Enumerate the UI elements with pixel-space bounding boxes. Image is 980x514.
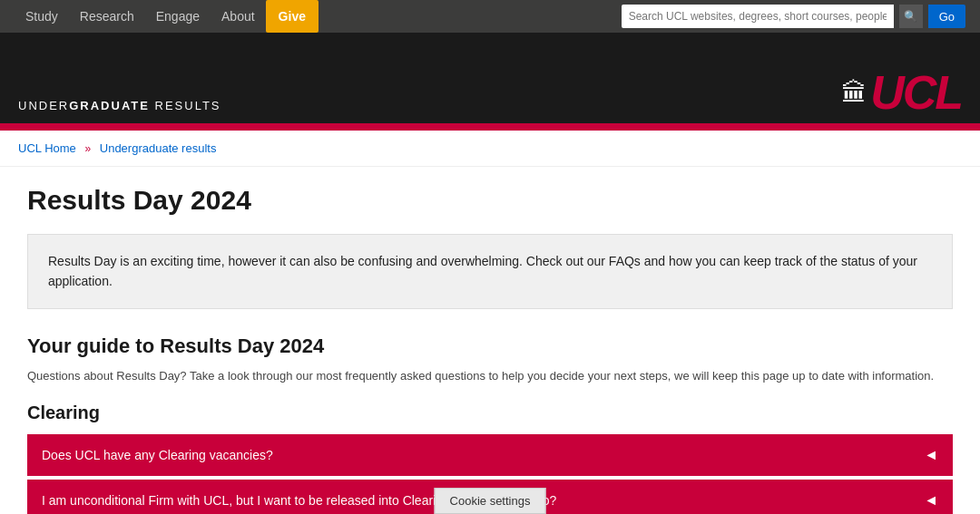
breadcrumb-current: Undergraduate results bbox=[100, 141, 217, 155]
nav-research[interactable]: Research bbox=[69, 0, 145, 33]
guide-title: Your guide to Results Day 2024 bbox=[27, 335, 953, 358]
search-input[interactable] bbox=[622, 5, 894, 28]
top-navigation: Study Research Engage About Give 🔍 Go bbox=[0, 0, 980, 33]
info-box: Results Day is an exciting time, however… bbox=[27, 234, 953, 309]
accent-bar bbox=[0, 123, 980, 131]
page-title: Results Day 2024 bbox=[27, 185, 953, 216]
nav-study[interactable]: Study bbox=[15, 0, 69, 33]
header-band: UNDERGRADUATE RESULTS 🏛 UCL bbox=[0, 33, 980, 123]
faq-arrow-1: ◄ bbox=[924, 447, 938, 463]
search-bar: 🔍 Go bbox=[622, 5, 965, 28]
nav-engage[interactable]: Engage bbox=[145, 0, 211, 33]
cookie-settings-bar[interactable]: Cookie settings bbox=[435, 488, 546, 514]
ucl-logo-text: UCL bbox=[870, 69, 962, 116]
breadcrumb-separator: » bbox=[84, 142, 91, 155]
ucl-logo: 🏛 UCL bbox=[841, 69, 962, 116]
search-icon-button[interactable]: 🔍 bbox=[899, 5, 923, 28]
search-go-button[interactable]: Go bbox=[928, 5, 965, 28]
info-box-text: Results Day is an exciting time, however… bbox=[48, 251, 932, 292]
breadcrumb: UCL Home » Undergraduate results bbox=[0, 131, 980, 167]
nav-links: Study Research Engage About Give bbox=[15, 0, 318, 33]
faq-label-1: Does UCL have any Clearing vacancies? bbox=[42, 448, 273, 462]
faq-item-1[interactable]: Does UCL have any Clearing vacancies? ◄ bbox=[27, 434, 953, 476]
nav-about[interactable]: About bbox=[211, 0, 266, 33]
nav-give-button[interactable]: Give bbox=[266, 0, 318, 33]
ucl-building-icon: 🏛 bbox=[841, 78, 867, 108]
guide-description: Questions about Results Day? Take a look… bbox=[27, 367, 953, 385]
breadcrumb-home[interactable]: UCL Home bbox=[18, 141, 76, 155]
main-content: Results Day 2024 Results Day is an excit… bbox=[9, 167, 971, 514]
header-subtitle: UNDERGRADUATE RESULTS bbox=[18, 99, 221, 112]
clearing-title: Clearing bbox=[27, 402, 953, 423]
faq-arrow-2: ◄ bbox=[924, 492, 938, 509]
